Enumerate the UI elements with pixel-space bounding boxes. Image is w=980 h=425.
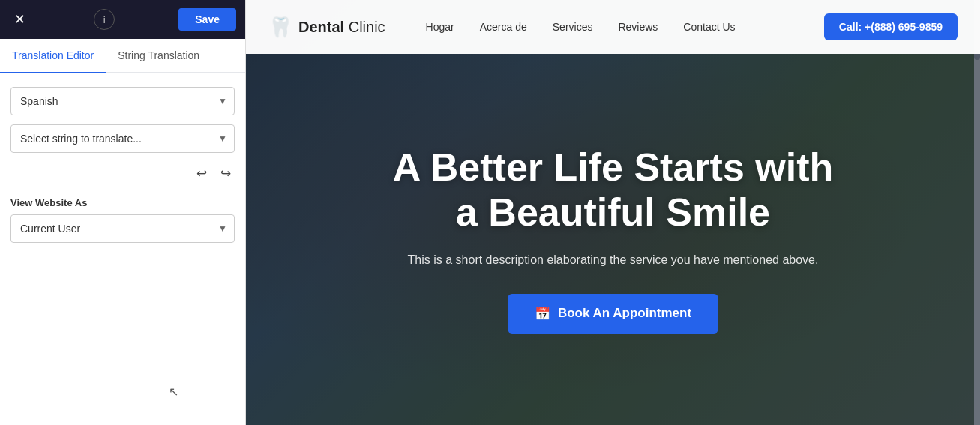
nav-link-hogar[interactable]: Hogar (415, 16, 465, 37)
logo-area: 🦷 Dental Clinic (268, 16, 385, 39)
undo-redo-row: ↩ ↪ (10, 163, 235, 184)
calendar-icon: 📅 (535, 306, 550, 322)
info-icon: i (103, 14, 106, 25)
undo-button[interactable]: ↩ (193, 163, 211, 184)
save-button[interactable]: Save (178, 8, 236, 31)
language-select[interactable]: Spanish French German Italian Portuguese (10, 87, 235, 115)
cursor-area: ↖ (0, 253, 245, 425)
hero-title-line2: a Beautiful Smile (456, 190, 770, 234)
info-button[interactable]: i (94, 9, 115, 30)
book-appointment-button[interactable]: 📅 Book An Appointment (508, 294, 718, 334)
logo-icon: 🦷 (268, 16, 292, 39)
view-as-label: View Website As (10, 197, 235, 208)
close-icon: ✕ (14, 11, 25, 28)
language-select-wrapper: Spanish French German Italian Portuguese… (10, 87, 235, 115)
view-as-select[interactable]: Current User Guest Admin (10, 214, 235, 243)
view-as-select-wrapper: Current User Guest Admin ▼ (10, 214, 235, 243)
redo-icon: ↪ (220, 166, 231, 181)
string-select[interactable]: Select string to translate... (10, 124, 235, 153)
tabs-row: Translation Editor String Translation (0, 39, 245, 73)
logo-text: Dental Clinic (298, 19, 385, 36)
left-panel: ✕ i Save Translation Editor String Trans… (0, 0, 246, 425)
cursor-icon: ↖ (169, 385, 178, 399)
close-button[interactable]: ✕ (9, 9, 30, 30)
book-button-label: Book An Appointment (558, 306, 691, 321)
panel-content: Spanish French German Italian Portuguese… (0, 73, 245, 197)
nav-link-services[interactable]: Services (542, 16, 604, 37)
logo-text-bold: Dental (298, 19, 344, 35)
hero-section: A Better Life Starts with a Beautiful Sm… (246, 54, 980, 425)
top-bar: ✕ i Save (0, 0, 245, 39)
nav-link-contact[interactable]: Contact Us (673, 16, 745, 37)
nav-link-acerca[interactable]: Acerca de (469, 16, 538, 37)
view-as-section: View Website As Current User Guest Admin… (0, 197, 245, 253)
call-button[interactable]: Call: +(888) 695-9859 (824, 13, 958, 40)
hero-title: A Better Life Starts with a Beautiful Sm… (393, 145, 834, 235)
right-panel: 🦷 Dental Clinic Hogar Acerca de Services… (246, 0, 980, 425)
tab-string-translation[interactable]: String Translation (106, 39, 211, 73)
nav-links: Hogar Acerca de Services Reviews Contact… (415, 16, 824, 37)
tab-translation-editor[interactable]: Translation Editor (0, 39, 106, 73)
logo-text-normal: Clinic (344, 19, 385, 35)
string-select-wrapper: Select string to translate... ▼ (10, 124, 235, 153)
redo-button[interactable]: ↪ (217, 163, 235, 184)
nav-link-reviews[interactable]: Reviews (607, 16, 668, 37)
hero-description: This is a short description elaborating … (408, 250, 819, 270)
hero-title-line1: A Better Life Starts with (393, 145, 834, 189)
undo-icon: ↩ (196, 166, 207, 181)
navbar: 🦷 Dental Clinic Hogar Acerca de Services… (246, 0, 980, 54)
